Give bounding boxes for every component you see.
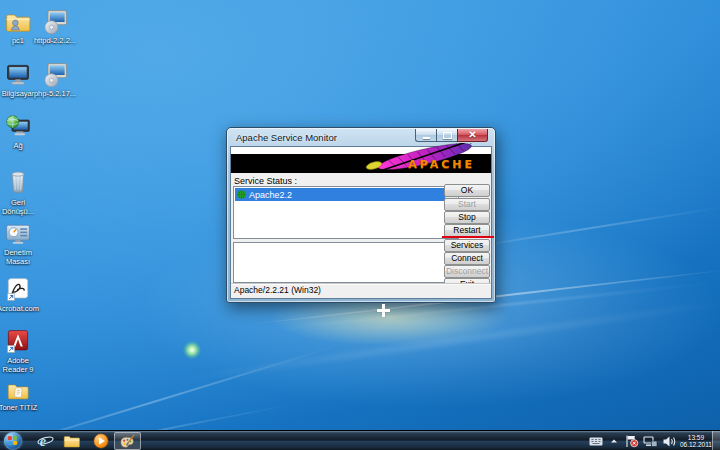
network-status-icon[interactable]	[643, 435, 658, 448]
status-bar-text: Apache/2.2.21 (Win32)	[231, 284, 491, 297]
folder-icon	[5, 379, 31, 403]
svg-text:e: e	[39, 433, 45, 449]
icon-label: Denetim Masası	[0, 249, 40, 266]
stop-button[interactable]: Stop	[444, 211, 490, 224]
icon-label: php-5.2.17...	[33, 90, 77, 99]
service-status-label: Service Status :	[234, 176, 297, 186]
close-button[interactable]: ✕	[457, 129, 488, 142]
window-title: Apache Service Monitor	[236, 128, 337, 147]
minimize-icon	[423, 137, 430, 139]
icon-label: Geri Dönüşü...	[0, 199, 40, 216]
show-hidden-icons-chevron-icon[interactable]	[608, 436, 620, 446]
remote-service-list[interactable]: ▲ ▼	[233, 242, 459, 283]
window-status-bar: Apache/2.2.21 (Win32)	[231, 283, 491, 298]
control-panel-icon	[4, 220, 32, 248]
taskbar-paint-button[interactable]	[114, 432, 141, 450]
computer-icon	[4, 61, 32, 89]
service-running-icon	[237, 190, 246, 199]
installer-package-icon	[41, 8, 69, 36]
close-icon: ✕	[468, 130, 476, 140]
action-center-flag-icon[interactable]	[624, 434, 639, 448]
folder-icon	[63, 434, 81, 449]
wallpaper-streak	[143, 295, 720, 388]
language-keyboard-icon[interactable]	[589, 435, 603, 447]
desktop-icon-toner-folder[interactable]: Toner TİTİZ	[0, 379, 40, 413]
internet-explorer-icon: e	[37, 433, 54, 450]
media-player-icon	[93, 433, 109, 449]
icon-label: Toner TİTİZ	[0, 404, 40, 413]
connect-button[interactable]: Connect	[444, 252, 490, 265]
ok-button[interactable]: OK	[444, 184, 490, 197]
taskbar-clock[interactable]: 13:59 06.12.2011	[680, 434, 712, 449]
window-client-area: APACHE Service Status : Apache2.2 ▲ ▼ ▲ …	[231, 147, 491, 298]
desktop-icon-adobe-reader[interactable]: Adobe Reader 9	[0, 328, 40, 374]
shared-folder-icon	[4, 8, 32, 36]
desktop-icon-recycle-bin[interactable]: Geri Dönüşü...	[0, 166, 40, 216]
disconnect-button[interactable]: Disconnect	[444, 265, 490, 278]
show-desktop-button[interactable]	[712, 431, 720, 450]
service-list-item[interactable]: Apache2.2	[235, 188, 445, 201]
desktop-icon-php-installer[interactable]: php-5.2.17...	[33, 61, 77, 99]
desktop-icon-acrobat-com[interactable]: Acrobat.com	[0, 276, 40, 314]
taskbar-media-player-button[interactable]	[90, 432, 112, 450]
icon-label: Adobe Reader 9	[0, 357, 40, 374]
system-tray: 13:59 06.12.2011	[589, 431, 712, 450]
clock-date: 06.12.2011	[680, 441, 712, 449]
service-list[interactable]: Apache2.2 ▲ ▼	[233, 186, 459, 239]
icon-label: Ağ	[0, 142, 40, 151]
service-name: Apache2.2	[249, 190, 292, 200]
taskbar-explorer-button[interactable]	[61, 432, 83, 450]
icon-label: httpd-2.2.2...	[33, 37, 77, 46]
desktop-icon-httpd-installer[interactable]: httpd-2.2.2...	[33, 8, 77, 46]
clock-time: 13:59	[680, 434, 712, 442]
maximize-icon	[443, 132, 452, 139]
apache-wordmark: APACHE	[408, 158, 475, 171]
adobe-reader-icon	[4, 328, 32, 356]
windows-logo-icon	[8, 436, 18, 446]
minimize-button[interactable]	[415, 129, 436, 142]
desktop-icon-network[interactable]: Ağ	[0, 113, 40, 151]
services-button[interactable]: Services	[444, 239, 490, 252]
network-icon	[4, 113, 32, 141]
start-button[interactable]	[4, 432, 22, 450]
icon-label: Acrobat.com	[0, 305, 40, 314]
start-button[interactable]: Start	[444, 198, 490, 211]
acrobat-icon	[4, 276, 32, 304]
wallpaper-sparkle	[183, 341, 201, 359]
apache-service-monitor-window: Apache Service Monitor ✕ APACHE Service …	[226, 127, 496, 303]
taskbar: e	[0, 430, 720, 450]
desktop-icon-control-panel[interactable]: Denetim Masası	[0, 220, 40, 266]
maximize-button[interactable]	[436, 129, 457, 142]
paint-icon	[119, 434, 136, 449]
volume-icon[interactable]	[662, 435, 676, 448]
installer-package-icon	[41, 61, 69, 89]
taskbar-internet-explorer-button[interactable]: e	[34, 432, 56, 450]
restart-annotation-underline	[442, 236, 494, 238]
recycle-bin-icon	[4, 166, 32, 198]
